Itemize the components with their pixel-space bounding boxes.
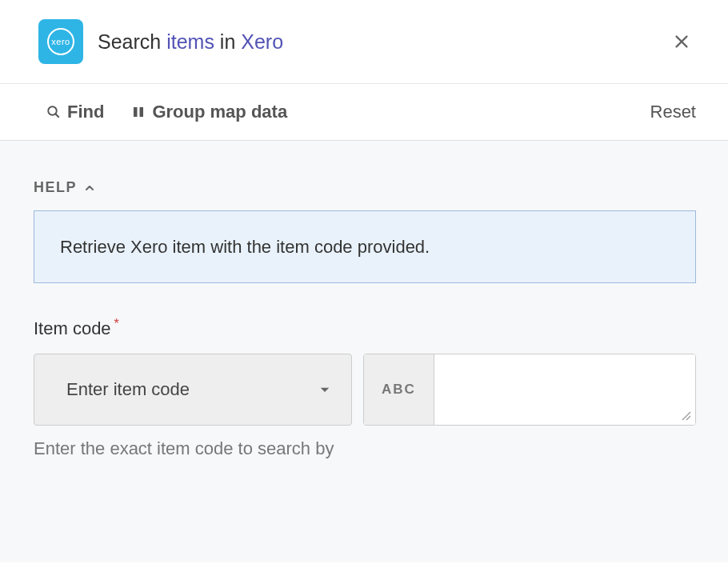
item-code-dropdown[interactable]: Enter item code — [34, 354, 352, 426]
group-map-label: Group map data — [152, 102, 287, 122]
app-icon: xero — [38, 19, 83, 64]
modal-header: xero Search items in Xero — [0, 0, 728, 84]
close-icon — [673, 33, 690, 50]
close-button[interactable] — [667, 27, 696, 56]
toolbar: Find Group map data Reset — [0, 84, 728, 141]
reset-button[interactable]: Reset — [650, 102, 696, 122]
svg-rect-4 — [134, 107, 138, 117]
item-code-hint: Enter the exact item code to search by — [34, 438, 696, 459]
columns-icon — [131, 105, 146, 119]
help-description: Retrieve Xero item with the item code pr… — [34, 210, 696, 283]
chevron-up-icon — [83, 182, 96, 194]
dropdown-placeholder: Enter item code — [66, 379, 318, 400]
svg-marker-6 — [321, 388, 330, 392]
svg-point-2 — [48, 106, 57, 115]
help-toggle[interactable]: HELP — [34, 179, 696, 196]
help-label: HELP — [34, 179, 77, 196]
group-map-tab[interactable]: Group map data — [131, 102, 287, 122]
input-type-badge: ABC — [364, 354, 434, 425]
find-label: Find — [67, 102, 104, 122]
item-code-input[interactable] — [434, 354, 695, 425]
item-code-field: Item code * Enter item code ABC — [34, 318, 696, 459]
help-section: HELP Retrieve Xero item with the item co… — [34, 179, 696, 283]
item-code-label: Item code * — [34, 318, 696, 339]
chevron-down-icon — [318, 382, 332, 397]
svg-rect-5 — [140, 107, 144, 117]
xero-logo-icon: xero — [47, 28, 74, 55]
item-code-input-group: ABC — [363, 354, 696, 426]
required-indicator: * — [114, 317, 119, 331]
find-tab[interactable]: Find — [46, 102, 104, 122]
content-area: HELP Retrieve Xero item with the item co… — [0, 141, 728, 562]
item-code-input-wrapper — [434, 354, 695, 425]
search-icon — [46, 105, 61, 119]
svg-line-3 — [55, 114, 59, 118]
modal-title: Search items in Xero — [98, 30, 667, 54]
